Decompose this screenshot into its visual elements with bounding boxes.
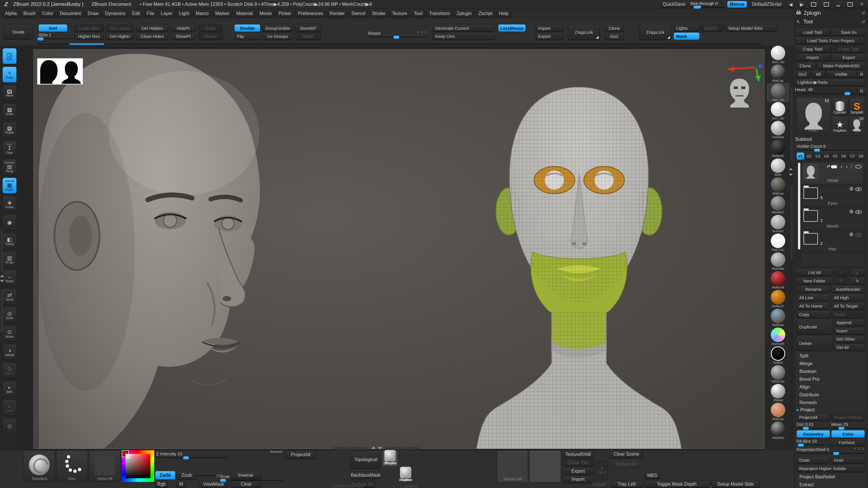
export-disabled-button[interactable]: Export — [590, 481, 608, 488]
goz-r-button[interactable]: R — [857, 70, 866, 78]
all-low-button[interactable]: All Low — [797, 294, 830, 301]
all-to-target-button[interactable]: All To Target — [831, 302, 865, 310]
left-shelf-tool[interactable]: + Draw — [2, 66, 17, 83]
subtool-collapsed-section[interactable]: Distribute — [797, 391, 865, 399]
divider-arrow-icon[interactable] — [0, 280, 4, 283]
menu-item[interactable]: Layer — [158, 10, 175, 18]
subtool-section-header[interactable]: Subtool — [795, 136, 866, 142]
goz-button[interactable]: GoZ — [604, 32, 624, 40]
material-swatch[interactable]: zbro_Ski — [767, 102, 789, 121]
tool-head-slider[interactable]: Head. 48 — [795, 87, 856, 95]
append-button[interactable]: Append — [834, 319, 865, 326]
projection-shell-slider[interactable]: ProjectionShell 0 x y z — [797, 447, 865, 454]
clone-txtr-button[interactable]: Clone Txtr — [562, 459, 594, 466]
camera-axis-gizmo[interactable] — [716, 61, 763, 113]
del-lower-button[interactable]: Del Lower — [106, 24, 134, 32]
backface-mask-button[interactable]: BackfaceMask — [351, 471, 381, 479]
recent-tool-thumbnail[interactable]: S ★ SimpleB — [849, 97, 865, 115]
subtool-item-head[interactable]: ▾ ◐ ◑ ╱ Head — [802, 162, 864, 184]
subtool-view-tab[interactable]: V1 — [797, 152, 804, 160]
delete-button[interactable]: Delete — [797, 335, 833, 351]
mbs-button[interactable]: MBS — [644, 472, 660, 479]
setup-model-side-button[interactable]: Setup Model Side — [711, 481, 760, 488]
menu-item[interactable]: Texture — [390, 10, 410, 18]
all-high-button[interactable]: All High — [831, 294, 865, 301]
switch-button[interactable]: Switch — [701, 24, 724, 32]
subtool-collapsed-section[interactable]: Merge — [797, 360, 865, 367]
menu-item[interactable]: Alpha — [2, 10, 20, 18]
clone-button[interactable]: Clone — [604, 24, 624, 32]
dock-right-icon[interactable] — [821, 1, 832, 8]
left-shelf-tool[interactable]: ◧ Transp — [2, 233, 17, 249]
paste-tool-button[interactable]: Paste Tool — [831, 45, 866, 53]
move-up-button[interactable]: ↑ — [834, 268, 848, 276]
left-shelf-tool[interactable]: M Move — [2, 85, 17, 101]
paste-subtool-button[interactable]: Paste — [831, 311, 865, 318]
move-out-button[interactable]: ↱ — [834, 277, 848, 285]
load-tool-button[interactable]: Load Tool — [795, 28, 830, 36]
left-shelf-tool[interactable]: ▥ Pt Sel — [2, 252, 17, 268]
project-all-button[interactable]: ProjectAll — [285, 451, 316, 459]
left-shelf-tool[interactable]: ◒ Invers — [2, 399, 17, 416]
see-through-slider[interactable]: See-through 0 — [690, 1, 725, 8]
left-shelf-tool[interactable]: ⇅ Flip V — [2, 362, 17, 379]
current-stroke-tile[interactable]: Dots — [56, 450, 88, 482]
material-swatch[interactable]: Reflecte — [767, 309, 789, 327]
document-canvas[interactable] — [33, 49, 765, 449]
close-holes-button[interactable]: Close Holes — [136, 32, 168, 40]
export-tool-button[interactable]: Export — [831, 54, 866, 61]
menus-toggle-button[interactable]: Menus — [727, 1, 747, 8]
material-swatch[interactable]: MetalicC — [767, 196, 789, 215]
shelf-scrollbar[interactable] — [38, 43, 761, 45]
zapplink-button-2[interactable]: ZAppLink — [640, 24, 671, 40]
all-to-home-button[interactable]: All To Home — [797, 302, 830, 310]
pa-blur-slider[interactable]: PA Blur 10 — [797, 438, 828, 446]
material-swatch[interactable]: Outline — [767, 346, 789, 365]
material-swatch[interactable]: Reflecte — [767, 140, 789, 158]
material-swatch[interactable]: MatCap — [767, 403, 789, 421]
texture-slot-2[interactable] — [529, 450, 561, 483]
subtool-view-tab[interactable]: V2 — [805, 152, 813, 160]
del-other-button[interactable]: Del Other — [834, 335, 865, 343]
zapplink-button[interactable]: ZAppLink — [568, 24, 600, 40]
lights-button[interactable]: Lights — [674, 24, 700, 32]
right-divider-handle[interactable] — [790, 185, 793, 260]
clear-scene-button[interactable]: Clear Scene — [610, 450, 643, 458]
load-tools-from-project-button[interactable]: Load Tools From Project — [795, 37, 866, 44]
visibility-eye-icon[interactable] — [855, 210, 862, 214]
material-swatch[interactable]: Blinn — [767, 158, 789, 177]
menu-item[interactable]: Transform — [427, 10, 453, 18]
list-all-button[interactable]: List All — [797, 268, 832, 276]
subtool-collapsed-section[interactable]: Boolean — [797, 367, 865, 375]
topological-button[interactable]: Topological — [351, 451, 381, 468]
left-shelf-tool[interactable]: ⇄ Scroll — [2, 289, 17, 305]
shelf-hscrollbar[interactable] — [404, 485, 417, 488]
menu-item[interactable]: Tool — [411, 10, 425, 18]
subtool-view-tab[interactable]: V6 — [840, 152, 847, 160]
material-swatch[interactable]: MatCap — [767, 64, 789, 83]
halftone-icon[interactable]: ◐ — [840, 164, 843, 169]
reset-icon[interactable]: ↺ — [861, 19, 865, 25]
visibility-eye-icon[interactable] — [855, 233, 862, 237]
material-swatch[interactable]: HSVColo — [767, 365, 789, 384]
flip-button[interactable]: Flip — [235, 32, 260, 40]
left-shelf-tool[interactable]: ◉ — [2, 215, 17, 231]
mask-inverse-button[interactable]: Inverse — [230, 471, 261, 479]
tool-palette-header[interactable]: ↖ Tool ↺ — [793, 18, 868, 26]
canvas-hscrollbar[interactable] — [385, 447, 420, 450]
tool-r-button[interactable]: R — [857, 87, 866, 95]
menu-item[interactable]: Stroke — [370, 10, 388, 18]
lightbox-tools-button[interactable]: Lightbox▶Tools — [795, 78, 866, 86]
inner-button[interactable]: Inner — [831, 456, 865, 464]
contrast-icon[interactable]: ◑ — [845, 164, 848, 169]
left-shelf-tool[interactable]: S Scale — [2, 103, 17, 120]
goz-visible-button[interactable]: Visible — [826, 70, 856, 78]
see-through-track[interactable] — [690, 7, 725, 8]
texture-slot[interactable]: Texture Off — [497, 450, 528, 483]
dock-left-icon[interactable] — [808, 1, 819, 8]
geometry-toggle[interactable]: Geometry — [797, 430, 830, 438]
subtool-collapsed-section[interactable]: Align — [797, 383, 865, 391]
insert-button[interactable]: Insert — [834, 327, 865, 335]
showpt-button[interactable]: ShowPt — [170, 32, 196, 40]
viewport[interactable] — [18, 46, 766, 450]
